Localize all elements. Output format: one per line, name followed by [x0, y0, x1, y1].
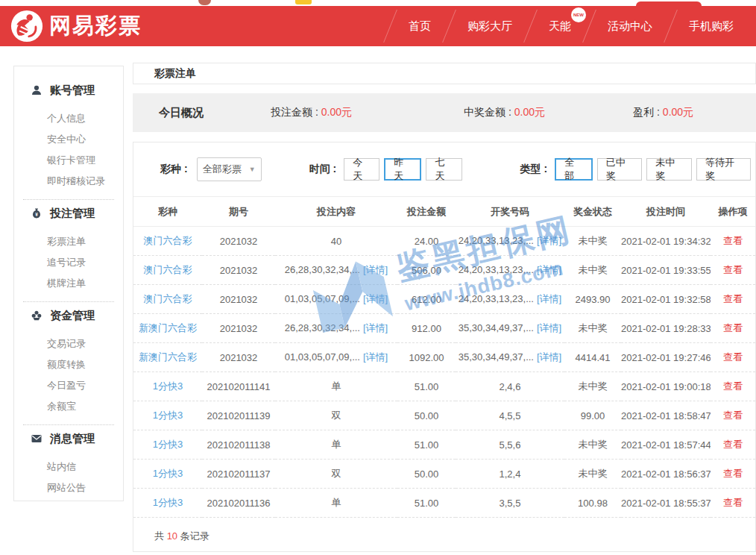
- lottery-name-link[interactable]: 澳门六合彩: [144, 293, 192, 304]
- type-filter-button-3[interactable]: 等待开奖: [696, 158, 751, 181]
- bet-detail-link[interactable]: [详情]: [363, 322, 388, 333]
- time-filter-button-0[interactable]: 今天: [344, 158, 379, 181]
- bet-content-cell: 单: [275, 372, 397, 401]
- bet-content-text: 01,03,05,07,09,...: [285, 293, 360, 304]
- view-link[interactable]: 查看: [723, 380, 743, 392]
- nav-item-0[interactable]: 首页: [391, 6, 449, 46]
- lottery-name-link[interactable]: 澳门六合彩: [144, 264, 192, 275]
- view-link[interactable]: 查看: [723, 322, 743, 333]
- sidebar-section-title: 资金管理: [50, 309, 95, 323]
- bet-time-cell: 2021-02-01 19:00:18: [621, 372, 711, 401]
- view-link[interactable]: 查看: [723, 293, 743, 304]
- draw-number-text: 24,20,33,13,23,...: [459, 235, 534, 246]
- lottery-cell: 新澳门六合彩: [133, 343, 202, 372]
- bet-amount-cell: 51.00: [397, 430, 456, 460]
- sidebar-item[interactable]: 彩票注单: [14, 231, 123, 252]
- nav-item-4[interactable]: 手机购彩: [671, 6, 752, 46]
- page: 网易彩票 首页购彩大厅天能NEW活动中心手机购彩 账号管理个人信息安全中心银行卡…: [0, 0, 756, 555]
- sidebar-item[interactable]: 网站公告: [14, 477, 123, 498]
- type-filter-button-0[interactable]: 全部: [555, 158, 592, 181]
- bet-content-cell: 40: [275, 227, 397, 256]
- column-header: 期号: [202, 197, 275, 227]
- sidebar-items: 个人信息安全中心银行卡管理即时稽核记录: [14, 108, 123, 192]
- time-filter-group: 今天昨天七天: [344, 158, 466, 181]
- type-filter-button-2[interactable]: 未中奖: [646, 158, 692, 181]
- sidebar-section-0[interactable]: 账号管理: [14, 81, 123, 99]
- sidebar-item[interactable]: 棋牌注单: [14, 273, 123, 294]
- bet-amount-cell: 50.00: [397, 401, 456, 430]
- sidebar-section-3[interactable]: 消息管理: [14, 430, 123, 448]
- draw-detail-link[interactable]: [详情]: [537, 264, 561, 275]
- time-filter-button-1[interactable]: 昨天: [384, 158, 421, 181]
- lottery-cell: 1分快3: [133, 372, 202, 401]
- issue-cell: 2021032: [202, 314, 275, 343]
- nav-item-1[interactable]: 购彩大厅: [450, 6, 530, 46]
- bet-time-cell: 2021-02-01 19:32:58: [621, 285, 711, 314]
- sidebar-item[interactable]: 个人信息: [14, 108, 123, 129]
- bet-content-cell: 01,03,05,07,09,...[详情]: [275, 285, 397, 314]
- summary-bet-amount: 投注金额 :0.00元: [271, 106, 352, 119]
- time-filter-button-2[interactable]: 七天: [426, 158, 462, 181]
- view-link[interactable]: 查看: [723, 410, 743, 421]
- bet-detail-link[interactable]: [详情]: [363, 264, 388, 275]
- column-header: 奖金状态: [564, 197, 621, 227]
- bet-time-cell: 2021-02-01 19:34:32: [621, 227, 711, 256]
- lottery-name-link[interactable]: 1分快3: [153, 468, 183, 479]
- sidebar-item[interactable]: 安全中心: [14, 129, 123, 150]
- view-link[interactable]: 查看: [723, 468, 743, 479]
- sidebar-item[interactable]: 站内信: [14, 457, 123, 477]
- sidebar-item[interactable]: 今日盈亏: [14, 375, 123, 396]
- summary-profit: 盈利 :0.00元: [633, 106, 693, 119]
- bet-detail-link[interactable]: [详情]: [363, 293, 388, 304]
- draw-number-text: 35,30,34,49,37,...: [459, 351, 534, 363]
- sidebar-section-1[interactable]: ¥投注管理: [14, 204, 123, 222]
- lottery-select[interactable]: 全部彩票 ▼: [197, 157, 262, 181]
- type-filter-button-1[interactable]: 已中奖: [597, 158, 643, 181]
- lottery-name-link[interactable]: 新澳门六合彩: [139, 351, 197, 363]
- draw-number-cell: 24,20,33,13,23,...[详情]: [456, 256, 564, 285]
- sidebar-item[interactable]: 余额宝: [14, 396, 123, 417]
- table-row: 1分快3202102011141单51.002,4,6未中奖2021-02-01…: [133, 372, 755, 401]
- column-header: 投注内容: [275, 197, 397, 227]
- sidebar-item[interactable]: 追号记录: [14, 252, 123, 273]
- draw-detail-link[interactable]: [详情]: [537, 351, 561, 363]
- issue-cell: 2021032: [202, 343, 275, 372]
- bet-detail-link[interactable]: [详情]: [363, 351, 388, 363]
- lottery-name-link[interactable]: 1分快3: [153, 380, 183, 392]
- view-link[interactable]: 查看: [723, 351, 743, 363]
- table-row: 新澳门六合彩202103201,03,05,07,09,...[详情]1092.…: [133, 343, 755, 372]
- sidebar-item[interactable]: 即时稽核记录: [14, 171, 123, 192]
- sidebar-item[interactable]: 额度转换: [14, 354, 123, 375]
- bet-amount-cell: 51.00: [397, 372, 456, 401]
- view-link[interactable]: 查看: [723, 497, 743, 508]
- sidebar-items: 彩票注单追号记录棋牌注单: [14, 231, 123, 294]
- draw-number-cell: 24,20,33,13,23,...[详情]: [456, 285, 564, 314]
- summary-win-amount: 中奖金额 :0.00元: [464, 106, 545, 119]
- sidebar-section-2[interactable]: 资金管理: [14, 307, 123, 324]
- netease-lottery-logo-icon: [10, 10, 43, 43]
- issue-cell: 2021032: [202, 285, 275, 314]
- nav-item-2[interactable]: 天能NEW: [531, 6, 589, 46]
- site-logo[interactable]: 网易彩票: [10, 10, 142, 43]
- sidebar-item[interactable]: 交易记录: [14, 333, 123, 354]
- draw-detail-link[interactable]: [详情]: [537, 322, 561, 333]
- sidebar-item[interactable]: 银行卡管理: [14, 150, 123, 171]
- lottery-name-link[interactable]: 1分快3: [153, 439, 183, 450]
- view-link[interactable]: 查看: [723, 235, 743, 246]
- lottery-name-link[interactable]: 1分快3: [153, 410, 183, 421]
- bet-time-cell: 2021-02-01 18:57:44: [621, 430, 711, 460]
- lottery-name-link[interactable]: 澳门六合彩: [144, 235, 192, 246]
- column-header: 彩种: [133, 197, 202, 227]
- lottery-name-link[interactable]: 1分快3: [153, 497, 183, 508]
- draw-detail-link[interactable]: [详情]: [537, 235, 561, 246]
- action-cell: 查看: [711, 256, 755, 285]
- mail-icon: [31, 433, 42, 445]
- issue-cell: 2021032: [202, 227, 275, 256]
- lottery-name-link[interactable]: 新澳门六合彩: [139, 322, 197, 333]
- bet-amount-cell: 1092.00: [397, 343, 456, 372]
- nav-item-3[interactable]: 活动中心: [590, 6, 670, 46]
- user-icon: [31, 84, 42, 96]
- draw-detail-link[interactable]: [详情]: [537, 293, 561, 304]
- view-link[interactable]: 查看: [723, 264, 743, 275]
- view-link[interactable]: 查看: [723, 439, 743, 450]
